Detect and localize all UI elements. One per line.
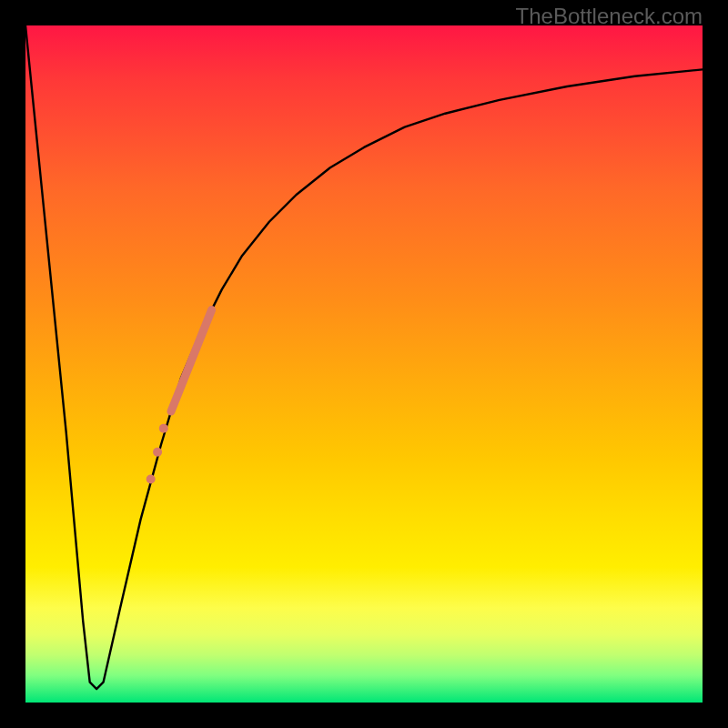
chart-container: TheBottleneck.com xyxy=(0,0,728,728)
highlight-segment xyxy=(171,309,212,411)
plot-svg xyxy=(25,25,703,703)
svg-point-1 xyxy=(153,448,162,457)
plot-area xyxy=(25,25,703,703)
svg-point-2 xyxy=(147,474,156,483)
watermark-text: TheBottleneck.com xyxy=(516,4,703,29)
svg-point-0 xyxy=(159,424,168,433)
curve-line xyxy=(25,25,703,689)
